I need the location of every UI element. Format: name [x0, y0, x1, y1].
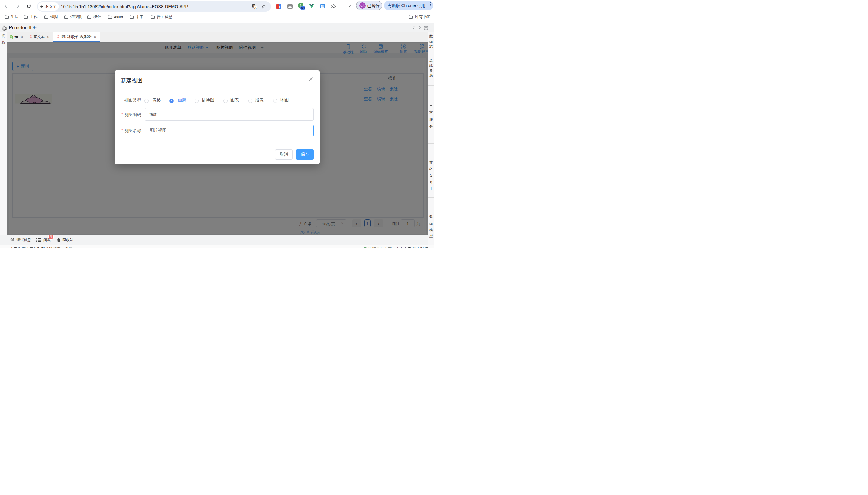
- svg-text:E: E: [279, 5, 281, 8]
- svg-text:ON: ON: [301, 7, 305, 10]
- svg-text:文: 文: [254, 6, 256, 9]
- svg-text:F: F: [277, 5, 278, 8]
